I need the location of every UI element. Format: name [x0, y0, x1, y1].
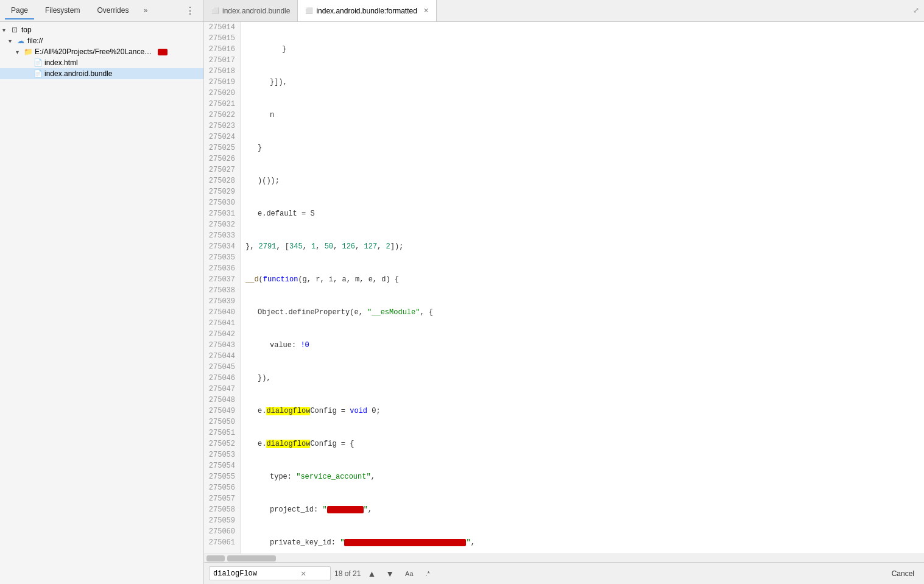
- tree-arrow-top: ▾: [2, 27, 10, 33]
- search-input[interactable]: [213, 569, 298, 578]
- sidebar-content: ▾ ⊡ top ▾ ☁ file:// ▾ 📁 E:/All%20Project…: [0, 22, 203, 584]
- tree-item-index-html[interactable]: 📄 index.html: [0, 57, 203, 68]
- tree-icon-top: ⊡: [10, 26, 19, 34]
- code-line: }: [241, 44, 924, 55]
- prev-match-btn[interactable]: ▲: [364, 568, 379, 580]
- code-line: )());: [241, 175, 924, 186]
- tab-dots-btn[interactable]: ⋮: [182, 2, 199, 19]
- code-line: value: !0: [241, 340, 924, 351]
- bundle-file-icon: 📄: [33, 69, 43, 78]
- file-tab-formatted[interactable]: ⬜ index.android.bundle:formatted ✕: [298, 0, 436, 21]
- tab-nav-page[interactable]: Page: [5, 2, 34, 19]
- file-tabs: ⬜ index.android.bundle ⬜ index.android.b…: [204, 0, 924, 21]
- tree-arrow-folder: ▾: [16, 49, 23, 55]
- main-area: ▾ ⊡ top ▾ ☁ file:// ▾ 📁 E:/All%20Project…: [0, 22, 924, 584]
- tab-nav-filesystem[interactable]: Filesystem: [39, 2, 86, 19]
- file-tab-bundle[interactable]: ⬜ index.android.bundle: [204, 0, 298, 21]
- editor-area: 275014 275015 275016 275017 275018 27501…: [204, 22, 924, 584]
- horizontal-scrollbar[interactable]: [204, 554, 924, 562]
- code-line: private_key_id: "",: [241, 537, 924, 548]
- tree-item-top[interactable]: ▾ ⊡ top: [0, 24, 203, 35]
- code-line: }),: [241, 373, 924, 384]
- h-scrollbar-left-btn[interactable]: [206, 555, 225, 561]
- redacted-badge: [158, 49, 168, 55]
- tree-label-folder: E:/All%20Projects/Free%20Lanceco: [35, 47, 157, 56]
- code-line: type: "service_account",: [241, 471, 924, 482]
- line-numbers: 275014 275015 275016 275017 275018 27501…: [204, 22, 241, 554]
- file-tab-icon: ⬜: [211, 7, 219, 14]
- tree-item-file[interactable]: ▾ ☁ file://: [0, 35, 203, 46]
- tree-label-index-html: index.html: [44, 58, 78, 67]
- search-bar: ✕ 18 of 21 ▲ ▼ Aa .* Cancel: [204, 562, 924, 584]
- clear-search-btn[interactable]: ✕: [301, 568, 306, 579]
- code-line: }: [241, 142, 924, 153]
- code-line: e.dialogflowConfig = {: [241, 438, 924, 449]
- case-sensitive-btn[interactable]: Aa: [401, 568, 417, 579]
- code-line: n: [241, 110, 924, 121]
- match-count: 18 of 21: [334, 569, 361, 578]
- file-tab-label-2: index.android.bundle:formatted: [316, 7, 417, 15]
- code-line: __d(function(g, r, i, a, m, e, d) {: [241, 274, 924, 285]
- tree-label-bundle: index.android.bundle: [44, 69, 112, 78]
- cancel-search-btn[interactable]: Cancel: [887, 568, 919, 579]
- expand-tab-btn[interactable]: ⤢: [908, 4, 924, 18]
- tab-nav-overrides[interactable]: Overrides: [91, 2, 135, 19]
- tab-bar: Page Filesystem Overrides » ⋮ ⬜ index.an…: [0, 0, 924, 22]
- sidebar: ▾ ⊡ top ▾ ☁ file:// ▾ 📁 E:/All%20Project…: [0, 22, 204, 584]
- close-tab-btn[interactable]: ✕: [423, 7, 429, 15]
- tab-more-btn[interactable]: »: [139, 4, 151, 18]
- tree-label-top: top: [21, 26, 32, 34]
- regex-btn[interactable]: .*: [421, 568, 434, 579]
- code-line: e.dialogflowConfig = void 0;: [241, 406, 924, 417]
- tree-item-bundle[interactable]: 📄 index.android.bundle: [0, 68, 203, 79]
- code-container[interactable]: 275014 275015 275016 275017 275018 27501…: [204, 22, 924, 554]
- h-scrollbar-thumb[interactable]: [227, 555, 276, 561]
- file-tab-formatted-icon: ⬜: [305, 7, 312, 14]
- code-line: project_id: "",: [241, 504, 924, 515]
- code-line: Object.defineProperty(e, "__esModule", {: [241, 307, 924, 318]
- folder-icon: 📁: [23, 47, 33, 56]
- code-line: e.default = S: [241, 208, 924, 219]
- html-file-icon: 📄: [33, 58, 43, 67]
- search-input-wrap: ✕: [209, 566, 331, 580]
- tab-bar-left: Page Filesystem Overrides » ⋮: [0, 0, 204, 21]
- tree-item-folder[interactable]: ▾ 📁 E:/All%20Projects/Free%20Lanceco: [0, 46, 203, 57]
- code-line: }]),: [241, 77, 924, 88]
- next-match-btn[interactable]: ▼: [383, 568, 397, 580]
- tree-arrow-file: ▾: [9, 38, 16, 44]
- code-line: }, 2791, [345, 1, 50, 126, 127, 2]);: [241, 241, 924, 252]
- file-tab-label-1: index.android.bundle: [222, 7, 290, 15]
- code-content[interactable]: } }]), n } )()); e.default = S }, 2791, …: [241, 22, 924, 554]
- tree-label-file: file://: [27, 37, 43, 45]
- cloud-icon: ☁: [16, 37, 26, 45]
